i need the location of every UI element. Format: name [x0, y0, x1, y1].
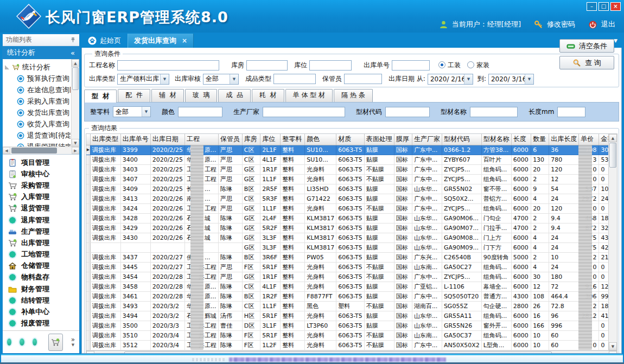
table-row[interactable]: 调拨出库34932020/3/2华 原...陈琳C区1L1F整料黑色塑料不贴膜国… [86, 301, 617, 311]
color-input[interactable] [178, 107, 222, 117]
column-header[interactable]: 型材名称 [481, 134, 511, 145]
search-button[interactable]: 查 询 [559, 56, 614, 69]
overflow-chevron[interactable]: »▼ [71, 337, 75, 348]
table-row[interactable]: 调拨出库34282020/2/26石 城陈琳G区2L4F整料KLM3817606… [86, 213, 617, 223]
out-audit-select[interactable]: 全部▼ [203, 74, 239, 85]
tree-expander-icon[interactable] [5, 65, 9, 69]
sidebar-module-出库管理[interactable]: 出库管理 [8, 238, 79, 248]
module-dot-icon[interactable] [20, 339, 24, 346]
date-to-picker[interactable]: 2020/ 3/16▼ [488, 74, 534, 85]
table-row[interactable]: 调拨出库34032020/2/25工 工程严思G区1R1F整料光身料6063-T… [86, 164, 617, 174]
close-button[interactable]: × [610, 2, 621, 11]
column-header[interactable]: 单价 [579, 134, 599, 145]
column-header[interactable]: 出库日期 [150, 134, 184, 145]
subtab-7[interactable]: 单 体 型 材 [285, 89, 333, 102]
table-row[interactable]: G区3L3F整料KLM38176063-T5贴膜国标山东华...GA90M09.… [86, 242, 617, 252]
tab-shipment-query[interactable]: 发货出库查询 × [128, 34, 194, 48]
module-dot-icon[interactable] [33, 339, 37, 346]
scroll-up-icon[interactable]: ▲ [72, 59, 79, 67]
column-header[interactable]: 整零料 [281, 134, 305, 145]
tree-horizontal-scrollbar[interactable]: ◀ ▶ [3, 146, 79, 154]
project-name-input[interactable] [117, 60, 219, 71]
sidebar-module-报废管理[interactable]: 报废管理 [8, 318, 79, 329]
column-header[interactable]: 膜厚 [394, 134, 412, 145]
scroll-right-icon[interactable]: ▶ [72, 147, 79, 154]
column-header[interactable]: 工程 [185, 134, 219, 145]
logout-link[interactable]: 退出 [601, 20, 615, 29]
tree-item[interactable]: 采购入库查询 [4, 95, 71, 107]
subtab-4[interactable]: 玻 璃 [185, 89, 218, 102]
keeper-input[interactable] [344, 74, 382, 84]
table-row[interactable]: 调拨出库34132020/2/26南 ...严思C区5R3F整料G7142260… [86, 194, 617, 203]
sidebar-module-结转管理[interactable]: 结转管理 [8, 295, 79, 306]
tree-scroll-thumb[interactable] [72, 67, 79, 90]
column-header[interactable]: 出库类型 [90, 134, 120, 145]
table-row[interactable]: 调拨出库35002020/3/3工 共工程曹佳D区3L1F整料LT3P60606… [86, 321, 617, 330]
sidebar-module-退库管理[interactable]: 退库管理 [8, 215, 79, 226]
table-row[interactable]: 调拨出库34452020/2/27工 共工程严思F区5R1F整料光身料6063-… [86, 262, 617, 272]
tree-item[interactable]: 退库管理[待定] [4, 141, 71, 146]
column-header[interactable]: 数量 [531, 134, 549, 145]
column-header[interactable]: 型材代码 [442, 134, 481, 145]
table-row[interactable]: 调拨出库34372020/2/27佛 ...陈琳B区3R6F整料PW056063… [86, 252, 617, 262]
grid-hscroll-thumb[interactable] [124, 352, 552, 354]
tree-item[interactable]: 发货出库查询 [4, 107, 71, 118]
maximize-button[interactable]: □ [598, 2, 609, 11]
table-row[interactable]: ▶调拨出库33992020/2/25华 原...严思C区2L1F整料SU10..… [86, 145, 617, 155]
table-row[interactable]: 调拨出库34292020/2/26石 城陈琳G区5R2F整料KLM3817606… [86, 223, 617, 233]
grid-vertical-scrollbar[interactable]: ▲ ▼ [608, 134, 617, 350]
table-row[interactable]: 调拨出库34092020/2/25长 ...陈琳B区2R5F整料LI35HD60… [86, 184, 617, 194]
subtab-8[interactable]: 隔 热 条 [334, 89, 373, 102]
warehouse-input[interactable] [246, 60, 288, 71]
table-row[interactable]: 调拨出库34302020/2/26石 城陈琳G区3L3F整料KLM3817606… [86, 233, 617, 242]
tab-start-page[interactable]: 起始页 [81, 34, 128, 48]
module-overflow-button[interactable] [48, 334, 63, 351]
sidebar-module-物料盘存[interactable]: 物料盘存 [8, 272, 79, 283]
grid-horizontal-scrollbar[interactable]: ◀ ▶ [86, 351, 617, 354]
sidebar-module-补单中心[interactable]: 补单中心 [8, 306, 79, 317]
column-header[interactable]: 保管员 [219, 134, 243, 145]
order-no-input[interactable] [392, 60, 430, 71]
column-header[interactable]: 生产厂家 [412, 134, 442, 145]
table-row[interactable]: 调拨出库34242020/2/26工 工程严思G区1L1F整料光身料6063-T… [86, 203, 617, 213]
column-header[interactable]: 材质 [336, 134, 365, 145]
clear-conditions-button[interactable]: 清空条件 [559, 48, 614, 53]
table-row[interactable]: 调拨出库35102020/3/4工 共工程陈琳F区5R1F整料光身料6063-T… [86, 330, 617, 340]
table-row[interactable]: 调拨出库34942020/3/2石 辉城汤伟H区5R1F整料光身料6063-T5… [86, 311, 617, 321]
tree-item[interactable]: 退货查询[待定] [4, 130, 71, 141]
column-header[interactable]: 出库长度 [549, 134, 579, 145]
tree-root-item[interactable]: 统计分析 [4, 61, 71, 73]
column-header[interactable]: 颜色 [305, 134, 336, 145]
tree-item[interactable]: 在途信息查询[待 [4, 84, 71, 95]
whole-part-select[interactable]: 全部▼ [113, 106, 151, 117]
tab-close-icon[interactable]: × [182, 37, 187, 44]
minimize-button[interactable]: – [587, 2, 597, 11]
pin-icon[interactable] [70, 37, 76, 43]
product-type-input[interactable] [273, 74, 316, 84]
scroll-up-icon[interactable]: ▲ [609, 134, 617, 142]
column-header[interactable]: 长度 [511, 134, 531, 145]
column-header[interactable]: 表面处理 [364, 134, 394, 145]
subtab-1[interactable]: 型 材 [84, 90, 117, 103]
tab-overflow-caret-icon[interactable]: ▼ [614, 38, 617, 43]
table-row[interactable]: 调拨出库34002020/2/25华 原...严思C区4L1F整料SU10...… [86, 155, 617, 164]
radio-gongzhuang[interactable]: 工装 [438, 61, 461, 70]
change-password-link[interactable]: 修改密码 [547, 20, 575, 29]
subtab-3[interactable]: 辅 材 [151, 89, 184, 102]
sidebar-module-审核中心[interactable]: 审核中心 [8, 169, 79, 180]
sidebar-module-仓储管理[interactable]: 仓储管理 [8, 260, 79, 271]
length-input[interactable] [557, 107, 585, 117]
subtab-5[interactable]: 成 品 [218, 89, 251, 102]
sidebar-module-入库管理[interactable]: 入库管理 [8, 191, 79, 202]
scroll-down-icon[interactable]: ▼ [609, 342, 617, 350]
table-row[interactable]: 调拨出库34072020/2/25工 工程严思G区1L1F整料光身料6063-T… [86, 174, 617, 184]
scroll-down-icon[interactable]: ▼ [72, 139, 79, 146]
tree-hscroll-thumb[interactable] [11, 148, 57, 154]
module-dot-icon[interactable] [7, 339, 11, 346]
sidebar-module-项目管理[interactable]: 项目管理 [8, 157, 79, 168]
sidebar-module-财务管理[interactable]: 财务管理 [8, 284, 79, 295]
tree-item[interactable]: 收货入库查询 [4, 118, 71, 130]
column-header[interactable]: 出库单号 [120, 134, 150, 145]
sidebar-module-采购管理[interactable]: 采购管理 [8, 180, 79, 191]
scroll-left-icon[interactable]: ◀ [86, 351, 94, 354]
